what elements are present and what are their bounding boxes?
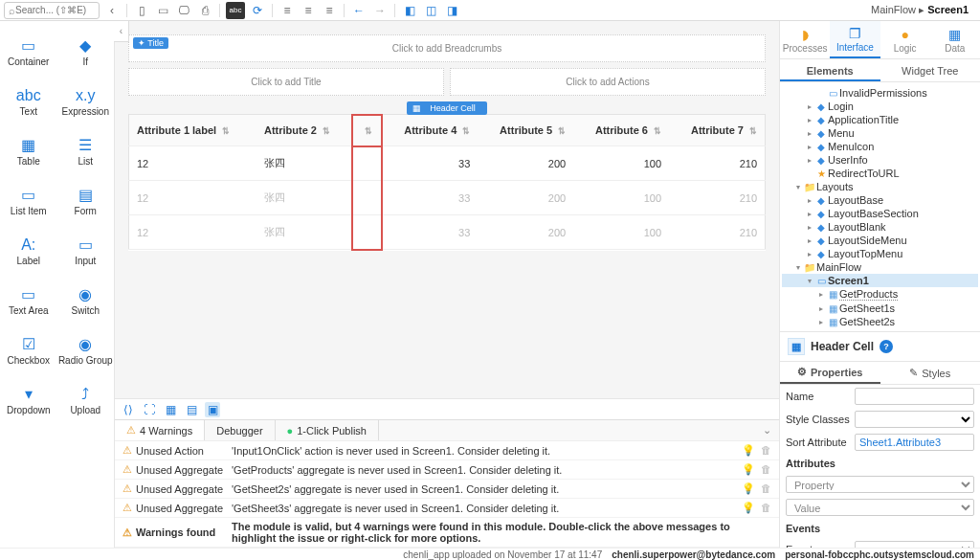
column-header[interactable]: Attribute 7 ⇅: [669, 115, 765, 146]
view-widgets-icon[interactable]: ⟨⟩: [121, 402, 136, 417]
nav-forward-icon[interactable]: →: [371, 2, 389, 19]
tree-item-userinfo[interactable]: ▸◆UserInfo: [782, 153, 978, 167]
tree-item-login[interactable]: ▸◆Login: [782, 100, 978, 113]
widget-icon: ▦: [21, 136, 35, 154]
tab-styles[interactable]: ✎ Styles: [880, 362, 981, 384]
subtab-widget-tree[interactable]: Widget Tree: [880, 59, 981, 81]
collapse-bottom-icon[interactable]: ⌄: [755, 420, 779, 440]
tree-item-screen1[interactable]: ▾▭Screen1: [782, 274, 978, 287]
tree-item-mainflow[interactable]: ▾📁MainFlow: [782, 260, 978, 274]
column-header[interactable]: Attribute 4 ⇅: [382, 115, 478, 146]
tab-data[interactable]: ▦Data: [930, 21, 980, 58]
actions-placeholder[interactable]: Click to add Actions: [450, 68, 766, 96]
tree-item-invalidpermissions[interactable]: ▭InvalidPermissions: [782, 86, 978, 100]
desktop-icon[interactable]: 🖵: [175, 2, 192, 19]
align-center-icon[interactable]: ≡: [300, 2, 317, 19]
layout-2-icon[interactable]: ◫: [422, 2, 439, 19]
help-icon[interactable]: ?: [880, 340, 893, 353]
widget-if[interactable]: ◆If: [57, 27, 115, 77]
widget-list-item[interactable]: ▭List Item: [0, 176, 57, 226]
view-preview-icon[interactable]: ▣: [205, 402, 220, 417]
tree-item-redirecttourl[interactable]: ★RedirectToURL: [782, 167, 978, 180]
tree-item-menuicon[interactable]: ▸◆MenuIcon: [782, 140, 978, 153]
refresh-icon[interactable]: ⟳: [249, 2, 266, 19]
tab-logic[interactable]: ●Logic: [880, 21, 930, 58]
tab-properties[interactable]: ⚙ Properties: [780, 362, 880, 384]
view-expand-icon[interactable]: ⛶: [142, 402, 157, 417]
back-small-icon[interactable]: ‹: [103, 2, 121, 19]
widget-list[interactable]: ☰List: [57, 126, 115, 176]
tab-interface[interactable]: ❐Interface: [830, 21, 880, 58]
tablet-icon[interactable]: ▭: [154, 2, 171, 19]
widget-upload[interactable]: ⤴Upload: [57, 375, 115, 425]
tree-item-layouts[interactable]: ▾📁Layouts: [782, 180, 978, 193]
tab-debugger[interactable]: Debugger: [205, 420, 275, 440]
search-input[interactable]: [15, 5, 95, 15]
tree-item-getproducts[interactable]: ▸▦GetProducts: [782, 287, 978, 302]
code-icon[interactable]: abc: [226, 2, 245, 19]
tab-warnings[interactable]: ⚠4 Warnings: [115, 420, 205, 440]
widget-dropdown[interactable]: ▾Dropdown: [0, 375, 57, 425]
warning-row[interactable]: ⚠Unused Aggregate'GetProducts' aggregate…: [115, 460, 779, 480]
tree-icon: ▦: [826, 303, 839, 314]
phone-icon[interactable]: ▯: [133, 2, 150, 19]
layout-1-icon[interactable]: ◧: [401, 2, 418, 19]
header-cell-icon: ▦: [788, 338, 805, 355]
tree-item-applicationtitle[interactable]: ▸◆ApplicationTitle: [782, 113, 978, 126]
title-placeholder[interactable]: Click to add Title: [128, 68, 444, 96]
widget-container[interactable]: ▭Container: [0, 27, 57, 77]
warning-row[interactable]: ⚠Unused Aggregate'GetSheet3s' aggregate …: [115, 499, 779, 518]
widget-text-area[interactable]: ▭Text Area: [0, 276, 57, 325]
view-list-icon[interactable]: ▤: [184, 402, 199, 417]
widget-label[interactable]: A:Label: [0, 226, 57, 276]
event-select[interactable]: [855, 541, 974, 548]
search-box[interactable]: ⌕: [4, 2, 100, 19]
tree-item-getsheet1s[interactable]: ▸▦GetSheet1s: [782, 302, 978, 315]
breadcrumbs-placeholder[interactable]: ✦ Title Click to add Breadcrumbs: [128, 34, 766, 62]
table-row[interactable]: 12张四33200100210: [129, 181, 766, 215]
prop-sortattr-input[interactable]: [855, 434, 974, 451]
tree-item-layoutbasesection[interactable]: ▸◆LayoutBaseSection: [782, 207, 978, 220]
data-table[interactable]: Attribute 1 label ⇅Attribute 2 ⇅⇅Attribu…: [128, 114, 766, 251]
elements-tree[interactable]: ▭InvalidPermissions▸◆Login▸◆ApplicationT…: [780, 82, 980, 331]
align-left-icon[interactable]: ≡: [278, 2, 296, 19]
tab-publish[interactable]: ●1-Click Publish: [276, 420, 379, 440]
tree-item-getsheet2s[interactable]: ▸▦GetSheet2s: [782, 315, 978, 328]
widget-input[interactable]: ▭Input: [57, 226, 115, 276]
tree-icon: ◆: [814, 115, 828, 125]
widget-table[interactable]: ▦Table: [0, 126, 57, 176]
nav-back-icon[interactable]: ←: [350, 2, 368, 19]
column-header[interactable]: Attribute 5 ⇅: [478, 115, 573, 146]
print-icon[interactable]: ⎙: [196, 2, 213, 19]
widget-expression[interactable]: x.yExpression: [57, 77, 115, 126]
column-header[interactable]: Attribute 1 label ⇅: [129, 115, 256, 146]
prop-styleclasses-select[interactable]: [855, 411, 974, 428]
widget-switch[interactable]: ◉Switch: [57, 276, 115, 325]
column-header[interactable]: ⇅: [352, 115, 383, 146]
attr-value-select[interactable]: Value: [786, 499, 974, 516]
table-row[interactable]: 12张四33200100210: [129, 146, 766, 181]
subtab-elements[interactable]: Elements: [780, 59, 880, 81]
tree-item-menu[interactable]: ▸◆Menu: [782, 126, 978, 140]
widget-checkbox[interactable]: ☑Checkbox: [0, 325, 57, 375]
collapse-palette-button[interactable]: ‹: [114, 21, 129, 42]
prop-name-input[interactable]: [855, 388, 974, 405]
layout-3-icon[interactable]: ◨: [443, 2, 460, 19]
warning-row[interactable]: ⚠Unused Action'Input1OnClick' action is …: [115, 441, 779, 460]
widget-radio-group[interactable]: ◉Radio Group: [57, 325, 115, 375]
tree-item-layoutbase[interactable]: ▸◆LayoutBase: [782, 193, 978, 207]
view-grid-icon[interactable]: ▦: [163, 402, 178, 417]
table-row[interactable]: 12张四33200100210: [129, 215, 766, 250]
widget-icon: ◉: [78, 335, 92, 353]
warning-row[interactable]: ⚠Unused Aggregate'GetSheet2s' aggregate …: [115, 480, 779, 499]
widget-form[interactable]: ▤Form: [57, 176, 115, 226]
tree-item-layouttopmenu[interactable]: ▸◆LayoutTopMenu: [782, 247, 978, 260]
column-header[interactable]: Attribute 2 ⇅: [256, 115, 352, 146]
widget-text[interactable]: abcText: [0, 77, 57, 126]
tab-processes[interactable]: ◗Processes: [780, 21, 830, 58]
attr-property-select[interactable]: Property: [786, 476, 974, 493]
tree-item-layoutblank[interactable]: ▸◆LayoutBlank: [782, 220, 978, 234]
align-right-icon[interactable]: ≡: [321, 2, 338, 19]
column-header[interactable]: Attribute 6 ⇅: [573, 115, 669, 146]
tree-item-layoutsidemenu[interactable]: ▸◆LayoutSideMenu: [782, 234, 978, 247]
